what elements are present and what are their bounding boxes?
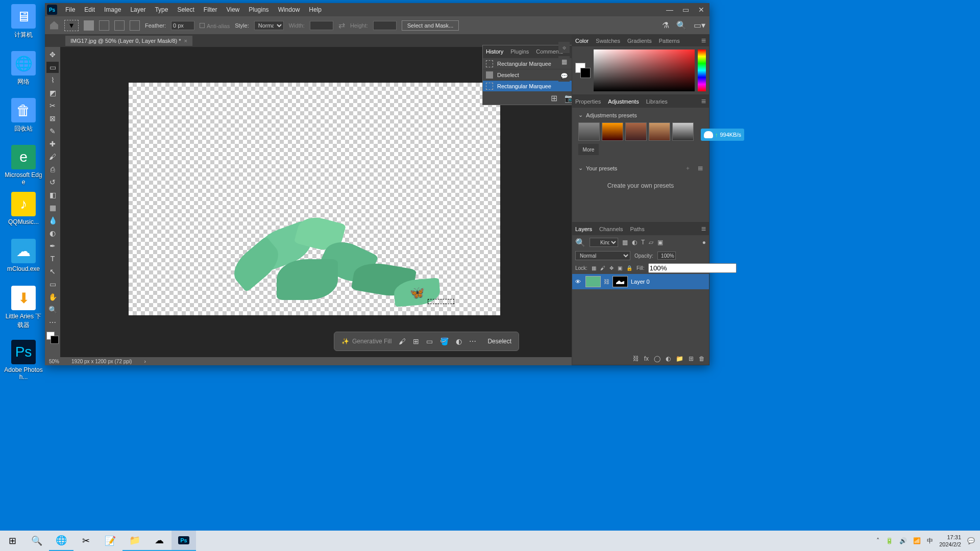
ctx-more-icon[interactable]: ⋯	[469, 337, 476, 345]
tab-properties[interactable]: Properties	[575, 98, 601, 105]
adj-preset-thumb[interactable]	[649, 122, 670, 141]
selection-new-icon[interactable]	[84, 20, 94, 31]
tab-channels[interactable]: Channels	[599, 226, 623, 232]
tool-dodge[interactable]: ◐	[46, 228, 59, 239]
mask-icon[interactable]: ◯	[654, 355, 660, 362]
menu-image[interactable]: Image	[100, 6, 125, 13]
selection-intersect-icon[interactable]	[130, 20, 140, 31]
grid-icon[interactable]: ▦	[698, 165, 703, 171]
menu-help[interactable]: Help	[305, 6, 326, 13]
status-info[interactable]: 1920 px x 1200 px (72 ppi)	[71, 359, 132, 364]
lock-all-icon[interactable]: 🔒	[626, 265, 632, 271]
style-select[interactable]: Normal	[254, 21, 284, 30]
link-icon[interactable]: ⛓	[604, 279, 609, 285]
link-layers-icon[interactable]: ⛓	[633, 355, 639, 362]
panel-menu-icon[interactable]: ≡	[701, 97, 706, 106]
tab-gradients[interactable]: Gradients	[627, 38, 652, 44]
tab-swatches[interactable]: Swatches	[596, 38, 620, 44]
tab-adjustments[interactable]: Adjustments	[608, 98, 639, 105]
filter-pixel-icon[interactable]: ▦	[622, 239, 628, 246]
tab-plugins[interactable]: Plugins	[510, 48, 529, 55]
panel-menu-icon[interactable]: ≡	[701, 36, 706, 45]
lock-position-icon[interactable]: ✥	[609, 265, 614, 271]
desktop-icon-recycle[interactable]: 🗑回收站	[4, 98, 43, 133]
menu-plugins[interactable]: Plugins	[244, 6, 273, 13]
tab-history[interactable]: History	[486, 48, 503, 55]
taskbar-note[interactable]: 📝	[98, 531, 122, 551]
tool-eyedropper[interactable]: ✎	[46, 126, 59, 137]
layer-thumb[interactable]	[585, 276, 601, 287]
tray-clock[interactable]: 17:31 2024/2/2	[939, 534, 961, 548]
tool-move[interactable]: ✥	[46, 49, 59, 60]
filter-type-icon[interactable]: T	[641, 239, 645, 246]
tab-libraries[interactable]: Libraries	[646, 98, 668, 105]
desktop-icon-mcloud[interactable]: ☁mCloud.exe	[4, 239, 43, 272]
upload-speed-badge[interactable]: ↑ 994KB/s	[701, 129, 744, 141]
close-icon[interactable]: ✕	[698, 6, 704, 14]
tool-more[interactable]: ⋯	[46, 317, 59, 328]
fx-icon[interactable]: fx	[644, 355, 649, 362]
your-presets-header[interactable]: ⌄Your presets＋▦	[578, 164, 703, 172]
taskbar-search[interactable]: 🔍	[24, 531, 49, 551]
filter-adj-icon[interactable]: ◐	[632, 239, 637, 246]
selection-add-icon[interactable]	[99, 20, 109, 31]
tool-lasso[interactable]: ⌇	[46, 74, 59, 86]
trash-icon[interactable]: 🗑	[699, 355, 705, 362]
layer-row[interactable]: 👁 ⛓ Layer 0	[572, 274, 709, 289]
desktop-icon-computer[interactable]: 🖥计算机	[4, 4, 43, 39]
tool-path[interactable]: ↖	[46, 266, 59, 277]
status-zoom[interactable]: 50%	[49, 359, 59, 364]
taskbar-explorer[interactable]: 📁	[122, 531, 147, 551]
tray-wifi-icon[interactable]: 📶	[913, 537, 921, 544]
tool-clone[interactable]: ⎙	[46, 164, 59, 175]
filter-shape-icon[interactable]: ▱	[649, 239, 653, 246]
tool-crop[interactable]: ✂	[46, 100, 59, 111]
tab-color[interactable]: Color	[575, 38, 589, 44]
taskbar-snip[interactable]: ✂	[74, 531, 98, 551]
dock-learn-icon[interactable]: ⟐	[558, 42, 570, 53]
taskbar-photoshop[interactable]: Ps	[172, 531, 196, 551]
tray-battery-icon[interactable]: 🔋	[886, 537, 893, 544]
adj-preset-thumb[interactable]	[602, 122, 623, 141]
new-layer-icon[interactable]: ⊞	[689, 355, 694, 362]
ctx-rect-icon[interactable]: ▭	[426, 337, 433, 345]
tool-object-select[interactable]: ◩	[46, 87, 59, 98]
tool-gradient[interactable]: ▦	[46, 202, 59, 213]
panel-menu-icon[interactable]: ≡	[701, 224, 706, 234]
menu-filter[interactable]: Filter	[200, 6, 222, 13]
group-icon[interactable]: 📁	[676, 355, 683, 362]
tool-hand[interactable]: ✋	[46, 291, 59, 303]
tool-history-brush[interactable]: ↺	[46, 177, 59, 188]
color-field[interactable]	[594, 49, 695, 91]
ctx-brush-icon[interactable]: 🖌	[399, 337, 406, 345]
layer-name[interactable]: Layer 0	[631, 279, 650, 285]
fg-bg-colors[interactable]	[46, 332, 59, 344]
adj-preset-thumb[interactable]	[578, 122, 600, 141]
minimize-icon[interactable]: —	[666, 6, 673, 14]
ctx-adj-icon[interactable]: ◐	[456, 337, 462, 345]
adj-preset-thumb[interactable]	[625, 122, 647, 141]
contextual-taskbar[interactable]: ✨Generative Fill 🖌 ⊞ ▭ 🪣 ◐ ⋯ Deselect	[334, 332, 519, 351]
more-button[interactable]: More	[578, 144, 599, 155]
tray-ime[interactable]: 中	[927, 537, 933, 545]
adj-presets-header[interactable]: ⌄Adjustments presets	[578, 112, 703, 118]
tool-blur[interactable]: 💧	[46, 215, 59, 226]
dock-comments-icon[interactable]: 💬	[558, 70, 570, 82]
titlebar[interactable]: Ps File Edit Image Layer Type Select Fil…	[45, 3, 709, 16]
tab-close-icon[interactable]: ×	[184, 38, 187, 44]
tab-layers[interactable]: Layers	[575, 226, 592, 232]
desktop-icon-aries[interactable]: ⬇Little Aries 下载器	[4, 286, 43, 330]
tool-type[interactable]: T	[46, 253, 59, 264]
mask-thumb[interactable]	[612, 276, 628, 287]
desktop-icon-ps[interactable]: PsAdobe Photosh...	[4, 340, 43, 381]
history-snapshot-icon[interactable]: ⊞	[551, 93, 557, 103]
feather-input[interactable]	[171, 21, 194, 30]
adj-preset-thumb[interactable]	[672, 122, 694, 141]
menu-select[interactable]: Select	[173, 6, 198, 13]
menu-type[interactable]: Type	[151, 6, 172, 13]
blend-mode-select[interactable]: Normal	[575, 251, 630, 260]
fill-input[interactable]	[648, 263, 737, 273]
lock-artboard-icon[interactable]: ▣	[618, 265, 622, 271]
filter-kind-select[interactable]: Kind	[590, 238, 618, 247]
tray-chevron-icon[interactable]: ˄	[876, 537, 879, 544]
